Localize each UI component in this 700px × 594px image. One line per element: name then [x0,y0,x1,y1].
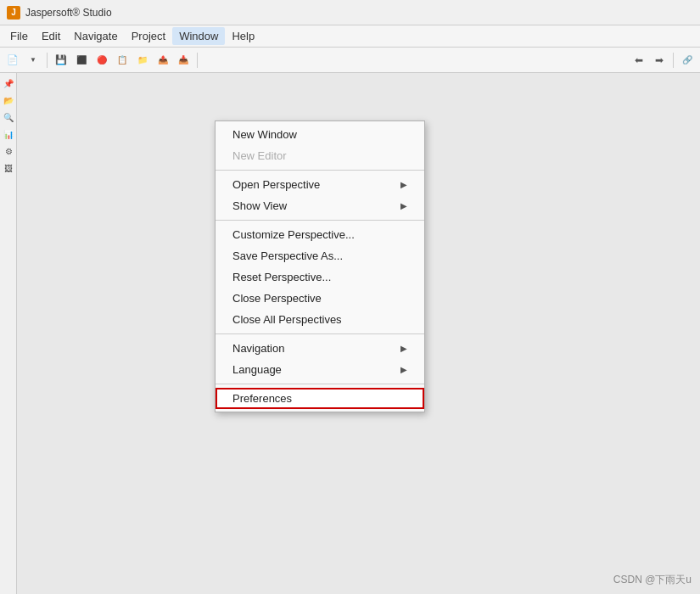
menu-item-customize-perspective[interactable]: Customize Perspective... [216,224,424,245]
menu-bar: File Edit Navigate Project Window Help [0,25,700,48]
toolbar-external-btn[interactable]: 🔗 [678,51,697,70]
toolbar: 📄 ▼ 💾 ⬛ 🔴 📋 📁 📤 📥 ⬅ ➡ 🔗 [0,48,700,73]
sidebar-icon-3[interactable]: 🔍 [2,110,15,124]
toolbar-dropdown-btn[interactable]: ▼ [24,51,42,70]
toolbar-sep-3 [673,53,674,68]
sidebar-icon-2[interactable]: 📂 [2,93,15,107]
app-icon: J [7,6,20,20]
app-title: Jaspersoft® Studio [25,7,112,19]
sidebar: 📌 📂 🔍 📊 ⚙ 🖼 [0,73,17,594]
menu-edit[interactable]: Edit [35,27,67,45]
toolbar-sep-2 [197,53,198,68]
toolbar-btn-6[interactable]: 📤 [154,51,172,70]
toolbar-btn-4[interactable]: 📋 [113,51,132,70]
menu-item-preferences[interactable]: Preferences [216,388,424,409]
window-dropdown-menu: New Window New Editor Open Perspective ▶… [215,120,425,412]
title-bar: J Jaspersoft® Studio [0,0,700,25]
sep-3 [216,333,424,334]
toolbar-btn-5[interactable]: 📁 [133,51,152,70]
menu-file[interactable]: File [3,27,35,45]
toolbar-sep-1 [47,53,48,68]
menu-item-open-perspective[interactable]: Open Perspective ▶ [216,174,424,195]
menu-item-show-view[interactable]: Show View ▶ [216,195,424,216]
menu-window[interactable]: Window [172,27,225,45]
dropdown-overlay[interactable]: New Window New Editor Open Perspective ▶… [17,120,700,594]
menu-item-close-perspective[interactable]: Close Perspective [216,288,424,309]
sidebar-icon-4[interactable]: 📊 [2,127,15,141]
toolbar-back-btn[interactable]: ⬅ [630,51,648,70]
menu-item-new-window[interactable]: New Window [216,124,424,145]
menu-item-close-all-perspectives[interactable]: Close All Perspectives [216,309,424,330]
show-view-arrow: ▶ [400,201,407,210]
menu-item-new-editor: New Editor [216,145,424,166]
sidebar-icon-1[interactable]: 📌 [2,76,15,90]
sidebar-icon-5[interactable]: ⚙ [2,144,15,158]
menu-item-reset-perspective[interactable]: Reset Perspective... [216,266,424,288]
menu-item-language[interactable]: Language ▶ [216,359,424,380]
toolbar-save-btn[interactable]: 💾 [52,51,70,70]
toolbar-new-btn[interactable]: 📄 [3,51,22,70]
language-arrow: ▶ [400,365,407,374]
toolbar-forward-btn[interactable]: ➡ [650,51,669,70]
menu-help[interactable]: Help [225,27,261,45]
menu-item-navigation[interactable]: Navigation ▶ [216,338,424,359]
main-area: 📌 📂 🔍 📊 ⚙ 🖼 New Window New Editor O [0,73,700,594]
content-area: New Window New Editor Open Perspective ▶… [17,73,700,594]
sidebar-icon-6[interactable]: 🖼 [2,161,15,175]
open-perspective-arrow: ▶ [400,180,407,189]
sep-4 [216,384,424,384]
menu-navigate[interactable]: Navigate [67,27,124,45]
toolbar-btn-2[interactable]: ⬛ [72,51,91,70]
toolbar-btn-7[interactable]: 📥 [174,51,193,70]
navigation-arrow: ▶ [400,344,407,353]
toolbar-btn-3[interactable]: 🔴 [92,51,111,70]
sep-2 [216,220,424,221]
menu-project[interactable]: Project [125,27,172,45]
menu-item-save-perspective-as[interactable]: Save Perspective As... [216,245,424,266]
sep-1 [216,170,424,171]
